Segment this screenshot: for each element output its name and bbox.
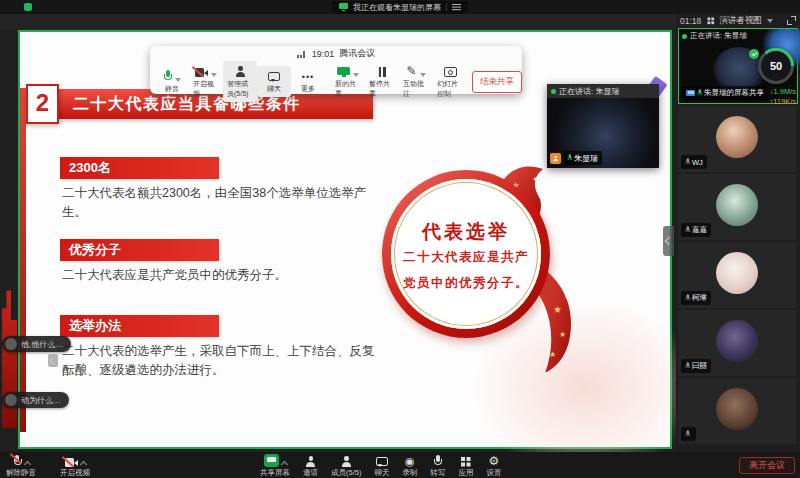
record-button[interactable]: 录制	[402, 454, 417, 478]
expand-icon[interactable]	[787, 16, 796, 25]
chevron-down-icon[interactable]	[175, 78, 181, 82]
chevron-down-icon[interactable]	[211, 73, 217, 77]
participant-name-pill: 嘉嘉	[681, 223, 711, 237]
mic-icon	[685, 158, 691, 165]
invite-icon	[305, 456, 316, 467]
toolbar-buttons-row: 静音 开启视频 管理成员(5/5) 聊天 更多 新的共享	[150, 61, 522, 102]
members-button[interactable]: 成员(5/5)	[331, 454, 361, 478]
invite-button[interactable]: 邀请	[303, 454, 318, 478]
host-badge-icon	[550, 153, 561, 164]
settings-label: 设置	[486, 468, 501, 478]
chevron-up-icon[interactable]	[79, 461, 86, 468]
star-icon: ★	[553, 304, 562, 315]
medal-inner: 代表选举 二十大代表应是共产 党员中的优秀分子。	[391, 179, 541, 329]
record-icon	[405, 456, 415, 467]
more-label: 更多	[301, 84, 315, 94]
participant-tile[interactable]: 柯琳	[678, 242, 796, 308]
section-text-2: 二十大代表应是共产党员中的优秀分子。	[62, 266, 384, 285]
start-video-button-bottom[interactable]: 开启视频	[60, 454, 90, 478]
new-share-button[interactable]: 新的共享	[331, 61, 365, 102]
start-video-button[interactable]: 开启视频	[189, 61, 223, 102]
mic-icon	[685, 226, 691, 233]
signal-icon	[297, 50, 307, 58]
pause-share-button[interactable]: 暂停共享	[365, 61, 399, 102]
leave-meeting-button[interactable]: 离开会议	[739, 457, 795, 474]
avatar	[716, 388, 758, 430]
record-label: 录制	[402, 468, 417, 478]
section-text-1: 二十大代表名额共2300名，由全国38个选举单位选举产生。	[62, 184, 384, 223]
popup-speaker-name: 朱显瑞	[574, 153, 598, 164]
chevron-down-icon[interactable]	[420, 73, 426, 77]
participant-tile[interactable]: 曰丽	[678, 310, 796, 376]
share-screen-icon	[264, 454, 279, 467]
share-toolbar: 19:01 腾讯会议 静音 开启视频 管理成员(5/5) 聊天 更多	[150, 46, 522, 94]
chat-button[interactable]: 聊天	[257, 66, 291, 97]
medal-line-2: 党员中的优秀分子。	[403, 271, 529, 297]
popup-name-row: 朱显瑞	[550, 151, 602, 165]
chat-toast[interactable]: 他,他什么…	[2, 336, 71, 352]
slide-control-button[interactable]: 幻灯片控制	[433, 61, 467, 102]
network-stats: ↓1.9M/s ↑119K/s	[740, 87, 796, 107]
speaker-popup[interactable]: 正在讲话: 朱显瑞 朱显瑞	[547, 84, 659, 168]
chevron-down-icon	[767, 19, 773, 23]
chevron-up-icon[interactable]	[280, 461, 287, 468]
members-icon	[341, 456, 352, 467]
participant-tile[interactable]: 嘉嘉	[678, 174, 796, 240]
mute-button[interactable]: 静音	[155, 66, 189, 97]
end-share-button[interactable]: 结束共享	[472, 71, 522, 93]
meeting-window: 我正在观看朱显瑞的屏幕 2 二十大代表应当具备哪些条件 2300名 二十大代表名…	[0, 0, 800, 478]
participant-name-pill: 曰丽	[681, 359, 711, 373]
chat-icon	[268, 72, 280, 82]
slide-section-number: 2	[26, 84, 59, 124]
participant-name: 曰丽	[692, 361, 707, 371]
annotate-button[interactable]: 互动批注	[399, 61, 433, 102]
pause-icon	[378, 67, 387, 77]
section-label-2: 优秀分子	[60, 239, 219, 261]
toolbar-time: 19:01	[312, 49, 335, 59]
settings-button[interactable]: 设置	[486, 454, 501, 478]
performance-score-widget[interactable]: 50	[758, 48, 794, 84]
start-video-label: 开启视频	[193, 79, 219, 99]
mic-icon	[685, 430, 691, 437]
mic-icon	[685, 294, 691, 301]
more-icon	[302, 72, 314, 82]
transcribe-button[interactable]: 转写	[430, 454, 445, 478]
manage-members-label: 管理成员(5/5)	[227, 79, 253, 99]
view-mode-button[interactable]: 演讲者视图	[706, 15, 773, 27]
bottom-left-group: 解除静音 开启视频	[6, 454, 90, 478]
toast-collapse-button[interactable]	[48, 354, 58, 367]
projector-icon	[444, 67, 457, 77]
manage-members-button[interactable]: 管理成员(5/5)	[223, 61, 257, 102]
camera-off-icon	[65, 458, 78, 467]
popup-header: 正在讲话: 朱显瑞	[547, 84, 659, 98]
chat-button-bottom[interactable]: 聊天	[374, 454, 389, 478]
participant-tile[interactable]: WJ	[678, 106, 796, 172]
toolbar-app-name: 腾讯会议	[339, 47, 375, 60]
popup-video: 朱显瑞	[547, 98, 659, 168]
watching-pill[interactable]: 我正在观看朱显瑞的屏幕	[332, 1, 468, 14]
camera-off-icon	[195, 68, 208, 77]
more-button[interactable]: 更多	[291, 66, 325, 97]
sidebar-collapse-handle[interactable]	[663, 226, 674, 256]
person-icon	[553, 155, 559, 161]
view-mode-label: 演讲者视图	[719, 15, 762, 27]
unmute-button[interactable]: 解除静音	[6, 454, 36, 478]
share-screen-button[interactable]: 共享屏幕	[260, 454, 290, 478]
mic-icon	[567, 154, 573, 161]
bottom-center-group: 共享屏幕 邀请 成员(5/5) 聊天 录制 转写	[260, 454, 501, 478]
chat-toast[interactable]: 动为什么…	[2, 392, 69, 408]
participant-name-pill: WJ	[681, 155, 707, 169]
chevron-up-icon[interactable]	[23, 461, 30, 468]
apps-button[interactable]: 应用	[458, 454, 473, 478]
download-speed: 1.9M/s	[773, 87, 796, 96]
tile-speaking-text: 正在讲话: 朱显瑞	[690, 31, 747, 41]
chevron-down-icon[interactable]	[353, 73, 359, 77]
participant-tile[interactable]	[678, 378, 796, 444]
apps-label: 应用	[458, 468, 473, 478]
transcribe-icon	[433, 455, 442, 467]
chat-label: 聊天	[267, 84, 281, 94]
menu-icon[interactable]	[452, 4, 461, 11]
unmute-label: 解除静音	[6, 468, 36, 478]
transcribe-label: 转写	[430, 468, 445, 478]
participant-name: 柯琳	[692, 293, 707, 303]
